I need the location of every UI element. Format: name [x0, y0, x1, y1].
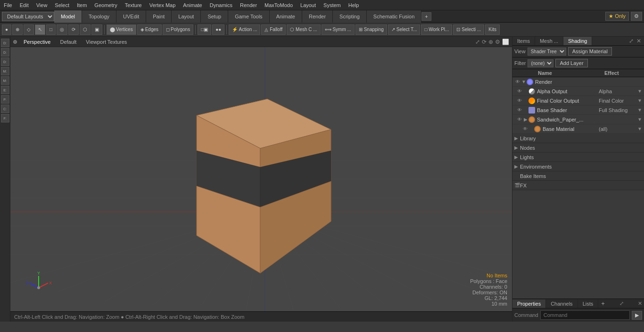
- snapping-btn[interactable]: ⊞ Snapping: [355, 24, 387, 35]
- command-input[interactable]: [540, 310, 630, 320]
- tab-scripting[interactable]: Scripting: [333, 10, 367, 23]
- edges-btn[interactable]: ◈ Edges: [137, 24, 162, 35]
- viewport-default-label[interactable]: Default: [57, 39, 79, 45]
- rpb-tab-channels[interactable]: Channels: [546, 300, 578, 308]
- menu-view[interactable]: View: [33, 1, 51, 9]
- select-t-btn[interactable]: ↗ Select T...: [388, 24, 421, 35]
- rp-view-select[interactable]: Shader Tree: [528, 48, 566, 56]
- tree-arrow-base-shader[interactable]: ▼: [637, 107, 642, 113]
- tree-group-fx[interactable]: 🎬 FX: [512, 181, 644, 190]
- tab-model[interactable]: Model: [54, 10, 82, 23]
- menu-dynamics[interactable]: Dynamics: [206, 1, 236, 9]
- tree-arrow-sandwich[interactable]: ▼: [637, 117, 642, 122]
- tree-group-lights[interactable]: ▶ Lights: [512, 153, 644, 162]
- hex-btn[interactable]: ⬡: [80, 24, 91, 35]
- arrow-btn[interactable]: ↖: [35, 24, 45, 35]
- viewport-canvas[interactable]: X Z Y No Items Polygons : Face Channels:…: [10, 47, 512, 311]
- viewport-textures-label[interactable]: Viewport Textures: [83, 39, 130, 45]
- tab-render[interactable]: Render: [302, 10, 333, 23]
- menu-select[interactable]: Select: [51, 1, 73, 9]
- falloff-btn[interactable]: ◬ Falloff: [261, 24, 286, 35]
- tree-eye-render[interactable]: 👁: [514, 79, 521, 85]
- viewport-fit-icon[interactable]: ⤢: [475, 39, 480, 45]
- sidebar-tool-3[interactable]: D:: [1, 57, 9, 66]
- dual-btn[interactable]: ●●: [212, 24, 224, 35]
- globe-btn[interactable]: ⊕: [12, 24, 23, 35]
- tree-group-environments[interactable]: ▶ Environments: [512, 162, 644, 171]
- rpb-tab-properties[interactable]: Properties: [512, 300, 546, 308]
- tree-expand-render[interactable]: ▼: [521, 79, 527, 84]
- rp-filter-select[interactable]: (none): [528, 59, 553, 67]
- menu-render[interactable]: Render: [236, 1, 261, 9]
- add-layer-btn[interactable]: Add Layer: [555, 59, 587, 67]
- viewport-maximize-icon[interactable]: ⬜: [502, 39, 509, 45]
- tab-layout[interactable]: Layout: [172, 10, 201, 23]
- square-btn[interactable]: ▣: [91, 24, 102, 35]
- rp-settings-btn[interactable]: ✕: [636, 37, 642, 45]
- mesh-c-btn[interactable]: ⬡ Mesh C ...: [287, 24, 320, 35]
- tab-topology[interactable]: Topology: [82, 10, 116, 23]
- assign-material-btn[interactable]: Assign Material: [568, 47, 612, 56]
- viewport-reset-icon[interactable]: ⟳: [482, 39, 487, 45]
- tree-expand-sandwich[interactable]: ▶: [523, 117, 528, 122]
- tree-eye-base-shader[interactable]: 👁: [516, 107, 523, 113]
- group-expand-library[interactable]: ▶: [514, 136, 520, 141]
- diamond-btn[interactable]: ◇: [24, 24, 34, 35]
- tab-paint[interactable]: Paint: [146, 10, 172, 23]
- kits-btn[interactable]: Kits: [485, 24, 500, 35]
- sidebar-tool-6[interactable]: E:: [1, 86, 9, 94]
- tab-setup[interactable]: Setup: [201, 10, 228, 23]
- selecti-btn[interactable]: ⊡ Selecti ...: [453, 24, 484, 35]
- rp-tab-items[interactable]: Items: [512, 37, 535, 45]
- menu-texture[interactable]: Texture: [121, 1, 146, 9]
- menu-file[interactable]: File: [0, 1, 16, 9]
- sidebar-tool-5[interactable]: M:: [1, 76, 9, 85]
- rpb-close-btn[interactable]: ✕: [636, 300, 644, 308]
- layout-settings-button[interactable]: ⚙: [631, 12, 642, 21]
- viewport-perspective-label[interactable]: Perspective: [21, 39, 53, 45]
- tab-game-tools[interactable]: Game Tools: [228, 10, 270, 23]
- viewport-settings-icon[interactable]: ⚙: [495, 39, 500, 45]
- tree-arrow-final-color[interactable]: ▼: [637, 98, 642, 103]
- menu-edit[interactable]: Edit: [16, 1, 33, 9]
- menu-animate[interactable]: Animate: [179, 1, 206, 9]
- work-pl-btn[interactable]: □ Work Pl...: [421, 24, 452, 35]
- menu-geometry[interactable]: Geometry: [91, 1, 121, 9]
- action-btn[interactable]: ⚡ Action ...: [229, 24, 260, 35]
- menu-maxtomodo[interactable]: MaxToModo: [261, 1, 297, 9]
- tab-animate[interactable]: Animate: [270, 10, 302, 23]
- tree-arrow-alpha[interactable]: ▼: [637, 89, 642, 94]
- sidebar-tool-2[interactable]: D:: [1, 48, 9, 57]
- rp-tab-shading[interactable]: Shading: [563, 37, 592, 45]
- polygons-btn[interactable]: ◻ Polygons: [163, 24, 193, 35]
- sidebar-tool-1[interactable]: D:: [1, 39, 9, 47]
- tree-eye-alpha[interactable]: 👁: [516, 88, 523, 95]
- rpb-add-btn[interactable]: +: [598, 299, 608, 308]
- sidebar-tool-8[interactable]: C:: [1, 105, 9, 113]
- tree-item-final-color[interactable]: 👁 Final Color Output Final Color ▼: [512, 96, 644, 105]
- tree-group-library[interactable]: ▶ Library: [512, 134, 644, 143]
- sidebar-tool-7[interactable]: P:: [1, 95, 9, 104]
- menu-vertex-map[interactable]: Vertex Map: [146, 1, 180, 9]
- tab-uvedit[interactable]: UVEdit: [116, 10, 146, 23]
- layout-dropdown[interactable]: Default Layouts: [2, 12, 54, 21]
- command-run-btn[interactable]: ▶: [632, 311, 642, 320]
- vertices-btn[interactable]: ⬤ Vertices: [107, 24, 136, 35]
- menu-system[interactable]: System: [320, 1, 345, 9]
- rp-collapse-btn[interactable]: ⤢: [628, 37, 635, 45]
- group-expand-environments[interactable]: ▶: [514, 164, 520, 169]
- tree-item-base-material[interactable]: 👁 Base Material (all) ▼: [512, 124, 644, 134]
- menu-layout[interactable]: Layout: [297, 1, 320, 9]
- group-expand-lights[interactable]: ▶: [514, 154, 520, 160]
- add-tab-button[interactable]: +: [421, 12, 431, 21]
- sidebar-tool-9[interactable]: F:: [1, 114, 9, 122]
- circle-select-btn[interactable]: ◎: [57, 24, 67, 35]
- tab-schematic-fusion[interactable]: Schematic Fusion: [367, 10, 421, 23]
- viewport-zoom-icon[interactable]: ⊕: [488, 39, 493, 45]
- rotate-select-btn[interactable]: ⟳: [68, 24, 79, 35]
- symmetry-btn[interactable]: ⟺ Symm ...: [322, 24, 355, 35]
- tree-eye-base-material[interactable]: 👁: [522, 126, 528, 132]
- tree-arrow-base-material[interactable]: ▼: [637, 126, 642, 131]
- tree-item-sandwich-paper[interactable]: 👁 ▶ Sandwich_Paper_... ▼: [512, 115, 644, 124]
- tree-group-bake-items[interactable]: Bake Items: [512, 171, 644, 181]
